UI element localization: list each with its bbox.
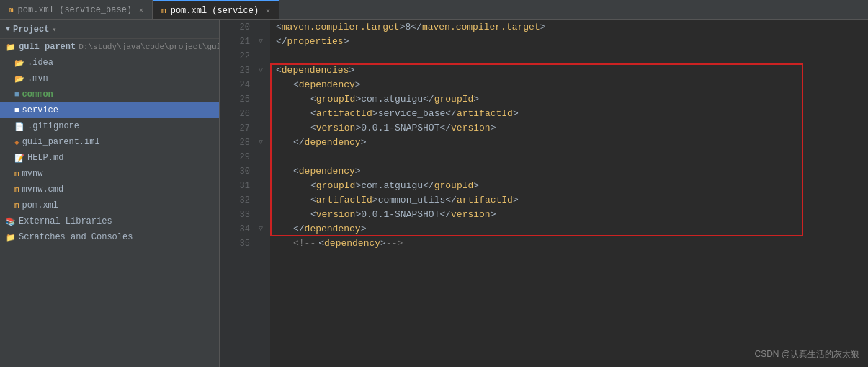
sidebar-item-service[interactable]: ■ service: [0, 102, 219, 118]
bracket: >: [355, 208, 361, 222]
watermark: CSDN @认真生活的灰太狼: [754, 347, 859, 361]
folder-icon: 📂: [14, 74, 24, 84]
bracket: <: [310, 179, 316, 193]
sidebar-item-mvnw-cmd[interactable]: m mvnw.cmd: [0, 182, 219, 198]
ln-24: 24: [220, 78, 250, 92]
code-line-27: <version>0.0.1-SNAPSHOT</version>: [276, 121, 868, 136]
code-line-25: <groupId>com.atguigu</groupId>: [276, 92, 868, 107]
ln-32: 32: [220, 193, 250, 208]
ln-31: 31: [220, 179, 250, 193]
code-content[interactable]: <maven.compiler.target>8</maven.compiler…: [270, 20, 868, 367]
ln-34: 34: [220, 222, 250, 236]
bracket: >: [540, 20, 546, 35]
bracket: >: [355, 92, 361, 107]
comment-text: <!--: [293, 236, 316, 251]
ln-29: 29: [220, 150, 250, 164]
bracket: <: [310, 208, 316, 222]
code-line-28: </dependency>: [276, 136, 868, 150]
tab-service-label: pom.xml (service): [171, 6, 259, 16]
md-icon: 📝: [14, 154, 24, 163]
ln-33: 33: [220, 208, 250, 222]
bracket: >: [473, 92, 479, 107]
text: 8: [405, 20, 411, 35]
bracket: </: [423, 179, 434, 193]
service-label: service: [22, 105, 58, 115]
sidebar-header-label: Project: [13, 25, 49, 35]
tab-bar: m pom.xml (service_base) ✕ m pom.xml (se…: [0, 0, 868, 20]
ln-28: 28: [220, 136, 250, 150]
code-line-35: <!-- <dependency> -->: [276, 236, 868, 251]
bracket: >: [513, 193, 519, 208]
tab-service[interactable]: m pom.xml (service) ✕: [153, 0, 279, 19]
tag-name: maven.compiler.target: [282, 20, 400, 35]
bracket: </: [423, 92, 434, 107]
tag-name: dependency: [305, 222, 361, 236]
project-dropdown-icon[interactable]: ▾: [52, 25, 56, 34]
sidebar-item-iml[interactable]: ◆ guli_parent.iml: [0, 134, 219, 150]
sidebar-item-ext-libraries[interactable]: 📚 External Libraries: [0, 213, 219, 229]
code-line-33: <version>0.0.1-SNAPSHOT</version>: [276, 208, 868, 222]
sidebar-item-help[interactable]: 📝 HELP.md: [0, 150, 219, 166]
tag-name: groupId: [434, 92, 474, 107]
sidebar-item-guli_parent[interactable]: 📁 guli_parent D:\study\java\code\project…: [0, 39, 219, 55]
fold-34[interactable]: ▽: [259, 222, 263, 236]
bracket: </: [439, 121, 451, 136]
bracket: </: [445, 193, 457, 208]
pom-label: pom.xml: [22, 200, 58, 211]
code-line-31: <groupId>com.atguigu</groupId>: [276, 179, 868, 193]
module-icon: ■: [14, 90, 19, 99]
idea-label: .idea: [27, 58, 53, 68]
bracket: <: [293, 78, 299, 92]
code-line-26: <artifactId>service_base</artifactId>: [276, 107, 868, 121]
tab-service-close[interactable]: ✕: [266, 6, 270, 15]
bracket: >: [349, 63, 354, 78]
ln-27: 27: [220, 121, 250, 136]
sidebar-item-common[interactable]: ■ common: [0, 87, 219, 102]
mvnw-label: mvnw: [22, 169, 43, 179]
sidebar-item-gitignore[interactable]: 📄 .gitignore: [0, 118, 219, 134]
code-line-24: <dependency>: [276, 78, 868, 92]
tag-name: version: [316, 208, 356, 222]
sidebar-item-mvnw[interactable]: m mvnw: [0, 166, 219, 182]
sidebar-item-pom[interactable]: m pom.xml: [0, 198, 219, 213]
tag-name: dependency: [299, 78, 355, 92]
tag-name: groupId: [316, 92, 356, 107]
ext-lib-icon: 📚: [6, 217, 16, 226]
tag-name: maven.compiler.target: [422, 20, 540, 35]
tab-service-base[interactable]: m pom.xml (service_base) ✕: [0, 0, 153, 19]
file-icon: 📄: [14, 122, 24, 131]
bracket: </: [439, 208, 451, 222]
scratches-label: Scratches and Consoles: [19, 232, 133, 242]
bracket: >: [400, 20, 406, 35]
iml-icon: ◆: [14, 138, 19, 147]
mvnw-cmd-label: mvnw.cmd: [22, 185, 64, 195]
code-container: 20 21 22 23 24 25 26 27 28 29 30 31 32 3…: [220, 20, 868, 367]
bracket: >: [355, 164, 361, 179]
bracket: <: [310, 193, 316, 208]
module-icon: ■: [14, 106, 19, 115]
bracket: >: [355, 179, 361, 193]
fold-28[interactable]: ▽: [259, 136, 263, 150]
sidebar-header[interactable]: ▼ Project ▾: [0, 20, 219, 39]
bracket: <: [310, 92, 316, 107]
tag-name: groupId: [434, 179, 474, 193]
line-numbers: 20 21 22 23 24 25 26 27 28 29 30 31 32 3…: [220, 20, 256, 367]
tag-name: dependency: [324, 236, 380, 251]
sidebar-item-idea[interactable]: 📂 .idea: [0, 55, 219, 71]
editor-area: 20 21 22 23 24 25 26 27 28 29 30 31 32 3…: [220, 20, 868, 367]
tag-name: version: [451, 208, 491, 222]
fold-23[interactable]: ▽: [259, 63, 263, 78]
sidebar-item-mvn[interactable]: 📂 .mvn: [0, 71, 219, 87]
fold-21[interactable]: ▽: [259, 35, 263, 49]
tag-name: dependency: [299, 164, 355, 179]
sidebar-item-scratches[interactable]: 📁 Scratches and Consoles: [0, 229, 219, 245]
tag-name: groupId: [316, 179, 356, 193]
bracket: >: [473, 179, 479, 193]
comment-end: -->: [386, 236, 403, 251]
code-line-22: [276, 49, 868, 63]
tab-service-base-close[interactable]: ✕: [139, 6, 143, 14]
ln-20: 20: [220, 20, 250, 35]
mvn-cmd-icon: m: [14, 185, 19, 194]
code-line-23: <dependencies>: [276, 63, 868, 78]
tag-name: version: [451, 121, 491, 136]
